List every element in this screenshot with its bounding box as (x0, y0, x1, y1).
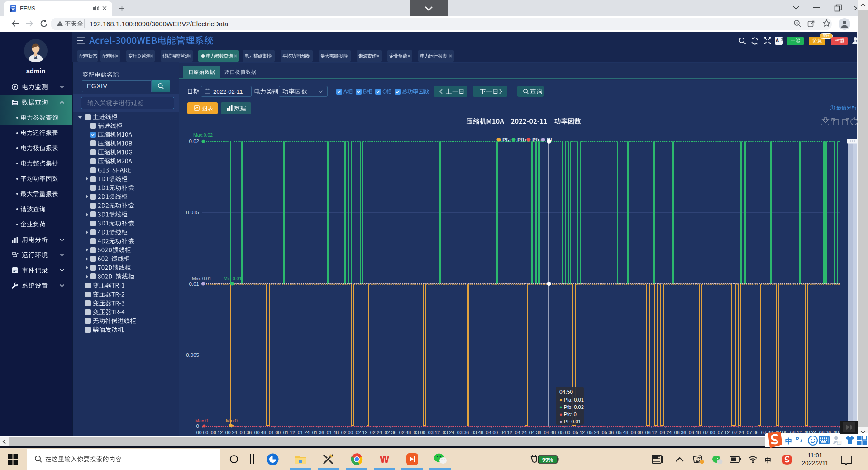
svg-text:06:00: 06:00 (631, 430, 643, 435)
svg-text:03:24: 03:24 (443, 430, 454, 435)
svg-text:06:12: 06:12 (645, 430, 657, 435)
svg-text:07:00: 07:00 (703, 430, 715, 435)
svg-text:Min:0.01: Min:0.01 (224, 276, 242, 281)
svg-text:07:24: 07:24 (732, 430, 744, 435)
svg-text:02:24: 02:24 (370, 430, 382, 435)
svg-text:01:48: 01:48 (327, 430, 339, 435)
svg-text:0: 0 (196, 423, 199, 429)
svg-text:05:48: 05:48 (616, 430, 628, 435)
svg-text:00:24: 00:24 (225, 430, 237, 435)
svg-text:02:12: 02:12 (356, 430, 367, 435)
svg-text:05:00: 05:00 (558, 430, 570, 435)
svg-text:05:36: 05:36 (602, 430, 614, 435)
svg-text:04:48: 04:48 (544, 430, 556, 435)
svg-text:04:12: 04:12 (501, 430, 512, 435)
svg-text:06:48: 06:48 (689, 430, 701, 435)
svg-text:01:12: 01:12 (283, 430, 295, 435)
svg-text:07:36: 07:36 (747, 430, 758, 435)
svg-text:03:48: 03:48 (472, 430, 483, 435)
svg-text:Pfb: Pfb (517, 137, 526, 143)
svg-text:00:00: 00:00 (196, 430, 208, 435)
svg-text:02:36: 02:36 (385, 430, 396, 435)
svg-text:18: 18 (837, 441, 841, 445)
svg-text:Max:0.02: Max:0.02 (193, 132, 213, 138)
svg-text:Min:0: Min:0 (226, 418, 238, 423)
svg-text:04:36: 04:36 (529, 430, 541, 435)
svg-text:07:12: 07:12 (718, 430, 730, 435)
svg-text:01:24: 01:24 (298, 430, 310, 435)
svg-text:02:00: 02:00 (341, 430, 353, 435)
svg-text:Max:0: Max:0 (195, 418, 208, 423)
svg-text:0.01: 0.01 (189, 281, 199, 287)
svg-text:04:24: 04:24 (515, 430, 527, 435)
svg-text:00:36: 00:36 (240, 430, 252, 435)
svg-text:00:48: 00:48 (254, 430, 266, 435)
svg-text:01:00: 01:00 (269, 430, 281, 435)
svg-text:05:24: 05:24 (587, 430, 599, 435)
svg-text:06:36: 06:36 (674, 430, 686, 435)
svg-text:06:24: 06:24 (660, 430, 672, 435)
svg-text:00:12: 00:12 (211, 430, 223, 435)
svg-text:03:00: 03:00 (414, 430, 425, 435)
svg-text:0.02: 0.02 (189, 139, 199, 144)
svg-text:02:48: 02:48 (399, 430, 411, 435)
svg-text:05:12: 05:12 (573, 430, 585, 435)
svg-text:Max:0.01: Max:0.01 (192, 276, 211, 281)
svg-text:03:12: 03:12 (428, 430, 440, 435)
svg-text:04:00: 04:00 (486, 430, 498, 435)
svg-text:0.015: 0.015 (186, 210, 199, 215)
svg-text:01:36: 01:36 (312, 430, 324, 435)
svg-text:0.005: 0.005 (186, 352, 199, 358)
svg-text:03:36: 03:36 (457, 430, 469, 435)
svg-text:Pfa: Pfa (502, 137, 511, 143)
